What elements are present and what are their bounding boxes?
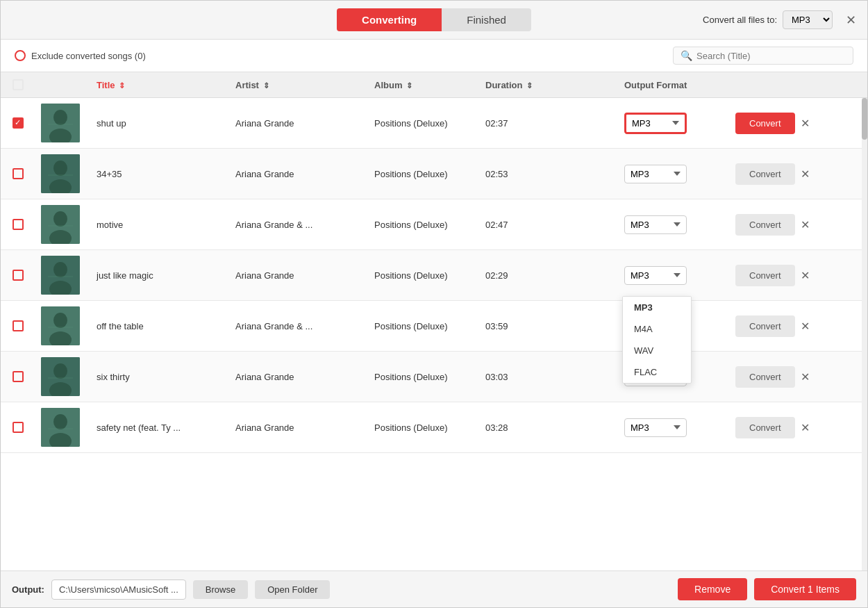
row-actions: Convert ✕ bbox=[730, 163, 765, 185]
delete-button[interactable]: ✕ bbox=[795, 418, 815, 437]
song-duration: 03:28 bbox=[480, 422, 619, 433]
format-select[interactable]: MP3 M4A WAV FLAC bbox=[624, 113, 687, 134]
song-artist: Ariana Grande bbox=[230, 118, 369, 129]
convert-all-select[interactable]: MP3 M4A WAV FLAC bbox=[783, 10, 833, 29]
table-header: Title ⇕ Artist ⇕ Album ⇕ Duration ⇕ Outp… bbox=[1, 72, 867, 98]
convert-items-button[interactable]: Convert 1 Items bbox=[754, 578, 856, 600]
exclude-label-text: Exclude converted songs (0) bbox=[31, 51, 146, 61]
row-checkbox[interactable] bbox=[12, 219, 24, 230]
delete-button[interactable]: ✕ bbox=[795, 266, 815, 285]
scrollbar-thumb[interactable] bbox=[862, 98, 867, 140]
tab-converting[interactable]: Converting bbox=[337, 8, 442, 31]
browse-button[interactable]: Browse bbox=[193, 580, 248, 599]
table-row: motive Ariana Grande & ... Positions (De… bbox=[1, 199, 867, 250]
row-actions: Convert ✕ bbox=[730, 214, 765, 236]
table-row: safety net (feat. Ty ... Ariana Grande P… bbox=[1, 402, 867, 453]
song-duration: 03:03 bbox=[480, 372, 619, 382]
delete-button[interactable]: ✕ bbox=[795, 165, 815, 183]
song-album: Positions (Deluxe) bbox=[369, 270, 480, 281]
open-folder-button[interactable]: Open Folder bbox=[255, 580, 330, 599]
format-cell: MP3 M4A WAV FLAC bbox=[619, 215, 730, 234]
svg-point-13 bbox=[53, 262, 67, 277]
album-art-cell bbox=[35, 306, 91, 345]
top-bar: Converting Finished Convert all files to… bbox=[1, 1, 867, 40]
song-duration: 02:29 bbox=[480, 270, 619, 281]
album-thumb bbox=[41, 154, 80, 193]
song-title: motive bbox=[91, 220, 230, 230]
header-checkbox-cell bbox=[1, 79, 35, 90]
album-art-cell bbox=[35, 104, 91, 142]
duration-sort-icon: ⇕ bbox=[526, 81, 533, 90]
row-checkbox[interactable] bbox=[12, 270, 24, 281]
convert-button[interactable]: Convert bbox=[735, 163, 795, 185]
row-checkbox[interactable] bbox=[12, 422, 24, 433]
header-output-format: Output Format bbox=[619, 80, 730, 90]
album-art-cell bbox=[35, 408, 91, 447]
song-album: Positions (Deluxe) bbox=[369, 422, 480, 433]
album-art-cell bbox=[35, 154, 91, 193]
row-checkbox[interactable] bbox=[12, 168, 24, 179]
song-artist: Ariana Grande & ... bbox=[230, 220, 369, 230]
album-sort-icon: ⇕ bbox=[406, 81, 412, 90]
table-row: just like magic Ariana Grande Positions … bbox=[1, 250, 867, 301]
delete-button[interactable]: ✕ bbox=[795, 114, 815, 133]
dropdown-option-flac[interactable]: FLAC bbox=[623, 361, 691, 383]
album-thumb bbox=[41, 104, 80, 142]
song-artist: Ariana Grande bbox=[230, 270, 369, 281]
format-select[interactable]: MP3 M4A WAV FLAC bbox=[624, 215, 687, 234]
format-cell: MP3 M4A WAV FLAC bbox=[619, 165, 730, 183]
search-input[interactable] bbox=[696, 51, 846, 61]
format-dropdown-overlay[interactable]: MP3 M4A WAV FLAC bbox=[622, 296, 692, 384]
song-album: Positions (Deluxe) bbox=[369, 372, 480, 382]
convert-button[interactable]: Convert bbox=[735, 417, 795, 438]
bottom-bar: Output: C:\Users\micso\AMusicSoft ... Br… bbox=[1, 570, 867, 607]
format-select[interactable]: MP3 M4A WAV FLAC bbox=[624, 418, 687, 437]
convert-button[interactable]: Convert bbox=[735, 366, 795, 388]
format-select[interactable]: MP3 M4A WAV FLAC bbox=[624, 165, 687, 183]
delete-button[interactable]: ✕ bbox=[795, 215, 815, 234]
header-checkbox[interactable] bbox=[12, 79, 24, 90]
convert-button[interactable]: Convert bbox=[735, 265, 795, 286]
convert-all-section: Convert all files to: MP3 M4A WAV FLAC bbox=[703, 10, 833, 29]
tab-finished[interactable]: Finished bbox=[442, 8, 531, 31]
search-icon: 🔍 bbox=[681, 50, 692, 61]
title-sort-icon: ⇕ bbox=[119, 81, 125, 90]
row-checkbox-cell bbox=[1, 320, 35, 331]
delete-button[interactable]: ✕ bbox=[795, 317, 815, 336]
delete-button[interactable]: ✕ bbox=[795, 368, 815, 386]
close-button[interactable]: ✕ bbox=[846, 13, 856, 28]
header-artist[interactable]: Artist ⇕ bbox=[230, 80, 369, 90]
header-duration[interactable]: Duration ⇕ bbox=[480, 80, 619, 90]
song-duration: 03:59 bbox=[480, 321, 619, 331]
row-checkbox-cell bbox=[1, 117, 35, 129]
album-art-cell bbox=[35, 256, 91, 295]
remove-button[interactable]: Remove bbox=[678, 578, 747, 600]
artist-sort-icon: ⇕ bbox=[263, 81, 269, 90]
row-checkbox[interactable] bbox=[12, 320, 24, 331]
format-select[interactable]: MP3 M4A WAV FLAC bbox=[624, 266, 687, 285]
song-artist: Ariana Grande bbox=[230, 372, 369, 382]
row-checkbox[interactable] bbox=[12, 371, 24, 382]
song-title: 34+35 bbox=[91, 169, 230, 179]
song-duration: 02:47 bbox=[480, 220, 619, 230]
song-duration: 02:37 bbox=[480, 118, 619, 129]
scrollbar-track bbox=[862, 98, 867, 570]
header-title[interactable]: Title ⇕ bbox=[91, 80, 230, 90]
dropdown-option-m4a[interactable]: M4A bbox=[623, 318, 691, 340]
convert-button[interactable]: Convert bbox=[735, 315, 795, 337]
exclude-radio[interactable] bbox=[15, 50, 26, 61]
search-box: 🔍 bbox=[673, 47, 853, 65]
table-body: shut up Ariana Grande Positions (Deluxe)… bbox=[1, 98, 867, 570]
table-row: shut up Ariana Grande Positions (Deluxe)… bbox=[1, 98, 867, 149]
dropdown-option-mp3[interactable]: MP3 bbox=[623, 297, 691, 318]
row-actions: Convert ✕ bbox=[730, 417, 765, 438]
output-path: C:\Users\micso\AMusicSoft ... bbox=[51, 580, 186, 600]
app-window: Converting Finished Convert all files to… bbox=[0, 0, 868, 608]
convert-button[interactable]: Convert bbox=[735, 214, 795, 236]
row-checkbox-cell bbox=[1, 219, 35, 230]
svg-point-21 bbox=[53, 363, 67, 379]
convert-button[interactable]: Convert bbox=[735, 113, 795, 134]
row-checkbox[interactable] bbox=[12, 117, 24, 129]
dropdown-option-wav[interactable]: WAV bbox=[623, 340, 691, 361]
header-album[interactable]: Album ⇕ bbox=[369, 80, 480, 90]
